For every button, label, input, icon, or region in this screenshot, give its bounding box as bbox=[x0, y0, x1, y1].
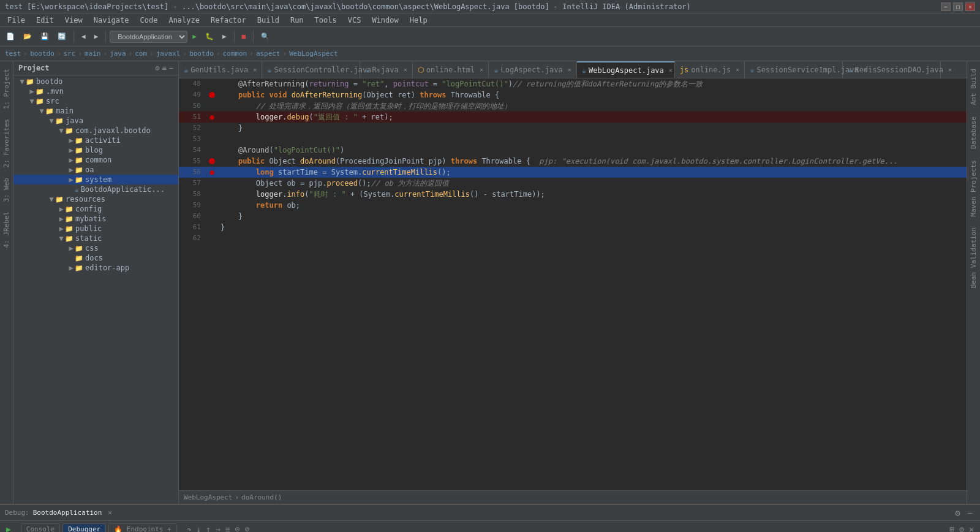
debug-minimize-btn[interactable]: − bbox=[965, 507, 975, 519]
close-button[interactable]: ✕ bbox=[965, 2, 975, 11]
run-btn[interactable]: ▶ bbox=[189, 31, 200, 42]
stop-btn[interactable]: ■ bbox=[238, 31, 250, 42]
nav-item-javaxl[interactable]: javaxl bbox=[156, 50, 181, 58]
menu-item-vcs[interactable]: VCS bbox=[343, 15, 366, 26]
restore-layout-btn[interactable]: ⊞ bbox=[949, 523, 956, 532]
menu-item-run[interactable]: Run bbox=[285, 15, 309, 26]
menu-item-tools[interactable]: Tools bbox=[310, 15, 342, 26]
close-debug-btn[interactable]: ✕ bbox=[968, 523, 975, 532]
sync-btn[interactable]: 🔄 bbox=[54, 31, 70, 42]
tab-sessionserviceimpl[interactable]: ☕SessionServiceImpl.java✕ bbox=[745, 61, 843, 78]
tree-item-bootdo[interactable]: ▼ 📁bootdo bbox=[13, 77, 178, 86]
tab-weblogaspect[interactable]: ☕WebLogAspect.java✕ bbox=[577, 61, 675, 78]
maven-projects-tab[interactable]: Maven Projects bbox=[968, 155, 979, 222]
tree-item-oa[interactable]: ▶ 📁oa bbox=[13, 165, 178, 175]
tree-item-java[interactable]: ▼ 📁java bbox=[13, 116, 178, 126]
project-icon-1[interactable]: ⚙ bbox=[155, 64, 159, 72]
forward-btn[interactable]: ▶ bbox=[91, 31, 102, 42]
tab-logaspect[interactable]: ☕LogAspect.java✕ bbox=[489, 61, 576, 78]
open-btn[interactable]: 📂 bbox=[20, 31, 36, 42]
step-out-btn[interactable]: ↑ bbox=[205, 523, 212, 532]
nav-item-bootdo[interactable]: bootdo bbox=[30, 50, 55, 58]
endpoints-tab[interactable]: 🔥 Endpoints + bbox=[108, 523, 176, 532]
tree-item-main[interactable]: ▼ 📁main bbox=[13, 106, 178, 116]
step-over-btn[interactable]: ↷ bbox=[186, 523, 193, 532]
menu-item-window[interactable]: Window bbox=[367, 15, 403, 26]
minimize-button[interactable]: − bbox=[941, 2, 951, 11]
save-btn[interactable]: 💾 bbox=[37, 31, 53, 42]
debug-resume-btn[interactable]: ▶ bbox=[5, 523, 12, 532]
tree-item-comjavaxl[interactable]: ▼ 📁com.javaxl.bootdo bbox=[13, 126, 178, 135]
bean-validation-tab[interactable]: Bean Validation bbox=[968, 222, 979, 293]
menu-item-analyze[interactable]: Analyze bbox=[164, 15, 205, 26]
debugger-tab[interactable]: Debugger bbox=[62, 523, 106, 532]
menu-item-file[interactable]: File bbox=[2, 15, 30, 26]
breakpoint-49[interactable] bbox=[209, 92, 215, 98]
nav-item-aspect[interactable]: aspect bbox=[256, 50, 281, 58]
tree-item-config[interactable]: ▶ 📁config bbox=[13, 204, 178, 214]
menu-item-build[interactable]: Build bbox=[252, 15, 284, 26]
breakpoints-btn[interactable]: ⊙ bbox=[234, 523, 241, 532]
tree-item-css[interactable]: ▶ 📁css bbox=[13, 243, 178, 253]
project-icon-3[interactable]: − bbox=[169, 64, 173, 72]
tab-online-html[interactable]: ⬡online.html✕ bbox=[413, 61, 489, 78]
step-into-btn[interactable]: ↓ bbox=[195, 523, 202, 532]
menu-item-refactor[interactable]: Refactor bbox=[206, 15, 251, 26]
tree-item-static[interactable]: ▼ 📁static bbox=[13, 234, 178, 243]
nav-item-test[interactable]: test bbox=[5, 50, 21, 58]
tree-item-resources[interactable]: ▼ 📁resources bbox=[13, 194, 178, 204]
tree-item-bootdoapplication[interactable]: ☕BootdoApplicatic... bbox=[13, 184, 178, 194]
menu-item-navigate[interactable]: Navigate bbox=[89, 15, 134, 26]
project-tab[interactable]: 1: Project bbox=[1, 64, 12, 114]
project-icon-2[interactable]: ≡ bbox=[162, 64, 167, 72]
search-everywhere-btn[interactable]: 🔍 bbox=[257, 31, 273, 42]
breakpoint-55[interactable] bbox=[209, 158, 215, 164]
database-tab[interactable]: Database bbox=[968, 112, 979, 154]
mute-breakpoints-btn[interactable]: ⊘ bbox=[244, 523, 251, 532]
code-content[interactable]: 48 @AfterReturning(returning = "ret", po… bbox=[179, 78, 967, 490]
evaluate-btn[interactable]: ≡ bbox=[224, 523, 232, 532]
nav-item-bootdo[interactable]: bootdo bbox=[189, 50, 214, 58]
menu-item-edit[interactable]: Edit bbox=[31, 15, 59, 26]
left-vertical-tabs: 1: Project 2: Favorites 3: Web 4: JRebel bbox=[0, 61, 13, 504]
tree-item-docs[interactable]: 📁docs bbox=[13, 253, 178, 263]
debug-btn[interactable]: 🐛 bbox=[202, 31, 217, 42]
maximize-button[interactable]: □ bbox=[953, 2, 963, 11]
tree-item-editor-app[interactable]: ▶ 📁editor-app bbox=[13, 263, 178, 273]
tree-item-public[interactable]: ▶ 📁public bbox=[13, 224, 178, 234]
console-tab[interactable]: Console bbox=[21, 523, 60, 532]
nav-item-weblogaspect[interactable]: WebLogAspect bbox=[289, 50, 337, 58]
back-btn[interactable]: ◀ bbox=[78, 31, 89, 42]
tab-genutils[interactable]: ☕GenUtils.java✕ bbox=[179, 61, 262, 78]
tree-item-system[interactable]: ▶ 📁system bbox=[13, 175, 178, 184]
tree-item-common[interactable]: ▶ 📁common bbox=[13, 155, 178, 165]
web-tab[interactable]: 3: Web bbox=[1, 173, 12, 207]
nav-item-common[interactable]: common bbox=[223, 50, 247, 58]
tab-r[interactable]: ☕R.java✕ bbox=[360, 61, 413, 78]
tree-item-blog[interactable]: ▶ 📁blog bbox=[13, 145, 178, 155]
debug-settings-btn[interactable]: ⚙ bbox=[952, 507, 962, 519]
tab-sessioncontroller[interactable]: ☕SessionController.java✕ bbox=[262, 61, 360, 78]
tree-item-mvn[interactable]: ▶ 📁.mvn bbox=[13, 86, 178, 96]
debug-session-close[interactable]: ✕ bbox=[108, 509, 112, 517]
nav-item-main[interactable]: main bbox=[85, 50, 101, 58]
jrebel-tab[interactable]: 4: JRebel bbox=[1, 207, 12, 253]
new-file-btn[interactable]: 📄 bbox=[2, 31, 18, 42]
tree-item-mybatis[interactable]: ▶ 📁mybatis bbox=[13, 214, 178, 224]
run-config-selector[interactable]: BootdoApplication bbox=[110, 31, 187, 43]
tab-online-js[interactable]: jsonline.js✕ bbox=[675, 61, 745, 78]
favorites-tab[interactable]: 2: Favorites bbox=[1, 114, 12, 172]
settings-layout-btn[interactable]: ⚙ bbox=[958, 523, 965, 532]
tree-item-activiti[interactable]: ▶ 📁activiti bbox=[13, 135, 178, 145]
tree-item-src[interactable]: ▼ 📁src bbox=[13, 96, 178, 106]
menu-item-help[interactable]: Help bbox=[405, 15, 432, 26]
tab-redissessiondao[interactable]: ☕RedisSessionDAO.java✕ bbox=[843, 61, 941, 78]
menu-item-view[interactable]: View bbox=[60, 15, 88, 26]
nav-item-com[interactable]: com bbox=[135, 50, 147, 58]
coverage-btn[interactable]: ▶ bbox=[219, 31, 230, 42]
ant-build-tab[interactable]: Ant Build bbox=[968, 64, 979, 110]
nav-item-src[interactable]: src bbox=[64, 50, 76, 58]
run-to-cursor-btn[interactable]: → bbox=[214, 523, 222, 532]
nav-item-java[interactable]: java bbox=[110, 50, 126, 58]
menu-item-code[interactable]: Code bbox=[135, 15, 163, 26]
